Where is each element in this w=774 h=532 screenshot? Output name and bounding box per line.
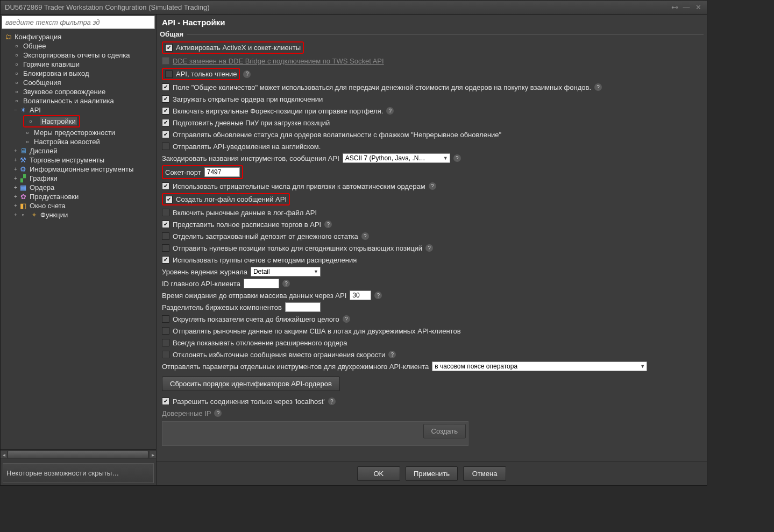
tree-api[interactable]: −✴API: [2, 105, 155, 115]
help-icon[interactable]: ?: [388, 351, 396, 358]
chevron-right-icon[interactable]: +: [12, 175, 19, 181]
help-icon[interactable]: ?: [214, 409, 222, 417]
tree-presets[interactable]: +✿Предустановки: [2, 192, 155, 201]
tree-export[interactable]: ▫Экспортировать отчеты о сделка: [2, 51, 155, 60]
checkbox-full-schedule[interactable]: [162, 221, 169, 228]
checkbox-virtual-fx[interactable]: [162, 107, 169, 115]
checkbox-english[interactable]: [162, 143, 169, 150]
minimize-icon[interactable]: —: [682, 4, 691, 11]
page-icon: ▫: [19, 211, 27, 219]
timezone-select[interactable]: в часовом поясе оператора: [432, 361, 647, 371]
tree-display[interactable]: +🖥Дисплей: [2, 146, 155, 155]
close-icon[interactable]: ✕: [694, 4, 702, 11]
checkbox-include-market[interactable]: [162, 209, 169, 216]
tree-general[interactable]: ▫Общее: [2, 41, 155, 51]
checkbox-load-open[interactable]: [162, 95, 169, 103]
folder-icon: 🗂: [4, 33, 12, 41]
ok-button[interactable]: OK: [357, 466, 400, 481]
chevron-right-icon[interactable]: +: [12, 212, 19, 218]
help-icon[interactable]: ?: [328, 398, 336, 405]
checkbox-dde: [162, 57, 169, 65]
chevron-right-icon[interactable]: +: [12, 166, 19, 172]
help-icon[interactable]: ?: [243, 70, 251, 78]
scrollbar-thumb[interactable]: [8, 451, 148, 458]
checkbox-send-zero[interactable]: [162, 244, 169, 252]
help-icon[interactable]: ?: [324, 221, 332, 228]
help-icon[interactable]: ?: [343, 315, 350, 323]
checkbox-round[interactable]: [162, 315, 169, 323]
help-icon[interactable]: ?: [429, 182, 436, 190]
tree-root[interactable]: 🗂Конфигурация: [2, 32, 155, 41]
orders-icon: ▦: [19, 184, 27, 191]
tree-charts[interactable]: +▞Графики: [2, 174, 155, 183]
chevron-down-icon[interactable]: −: [12, 107, 19, 113]
tree-trading[interactable]: +⚒Торговые инструменты: [2, 155, 155, 165]
master-id-input[interactable]: [244, 279, 279, 288]
checkbox-always-show[interactable]: [162, 339, 169, 346]
display-icon: 🖥: [19, 147, 27, 155]
page-icon: ▫: [12, 70, 21, 77]
checkbox-send-status[interactable]: [162, 131, 169, 138]
config-window: DU5672869 Trader Workstation Configurati…: [0, 0, 707, 486]
window-title: DU5672869 Trader Workstation Configurati…: [5, 3, 670, 11]
pin-icon[interactable]: ⊷: [670, 4, 679, 11]
checkbox-use-groups[interactable]: [162, 256, 169, 264]
chevron-right-icon[interactable]: +: [12, 194, 19, 200]
checkbox-localhost[interactable]: [162, 398, 169, 405]
tree-sound[interactable]: ▫Звуковое сопровождение: [2, 87, 155, 96]
tree-api-precautions[interactable]: ▫Меры предосторожности: [2, 128, 155, 137]
tree-account[interactable]: +◧Окно счета: [2, 201, 155, 210]
tree-info[interactable]: +⚙Информационные инструменты: [2, 165, 155, 174]
tree-lock[interactable]: ▫Блокировка и выход: [2, 69, 155, 78]
tree-orders[interactable]: +▦Ордера: [2, 183, 155, 192]
chevron-right-icon[interactable]: +: [12, 203, 19, 209]
main-panel: API - Настройки Общая Активировать Activ…: [157, 15, 707, 485]
checkbox-create-log[interactable]: [165, 196, 173, 203]
func-icon: ✦: [30, 211, 38, 219]
checkbox-separate-deposit[interactable]: [162, 232, 169, 240]
tree-hotkeys[interactable]: ▫Горячие клавиши: [2, 60, 155, 69]
tree-messages[interactable]: ▫Сообщения: [2, 78, 155, 87]
tree-api-settings[interactable]: ▫Настройки: [2, 115, 155, 128]
log-level-select[interactable]: Detail: [251, 267, 321, 276]
scroll-right-icon[interactable]: ▸: [150, 451, 156, 458]
help-icon[interactable]: ?: [374, 292, 382, 299]
scroll-left-icon[interactable]: ◂: [1, 451, 7, 458]
help-icon[interactable]: ?: [282, 280, 290, 287]
help-icon[interactable]: ?: [594, 83, 602, 91]
help-icon[interactable]: ?: [386, 107, 394, 115]
filter-input[interactable]: [2, 16, 155, 29]
tree-volatility[interactable]: ▫Волатильность и аналитика: [2, 96, 155, 105]
checkbox-readonly[interactable]: [165, 70, 173, 78]
chevron-right-icon[interactable]: +: [12, 148, 19, 154]
timeout-input[interactable]: [350, 290, 371, 300]
reset-ids-button[interactable]: Сбросить порядок идентификаторов API-орд…: [162, 377, 340, 391]
apply-button[interactable]: Применить: [406, 466, 458, 481]
chevron-right-icon[interactable]: +: [12, 157, 19, 163]
page-icon: ▫: [12, 61, 21, 68]
sidebar-scrollbar[interactable]: ◂ ▸: [1, 449, 156, 459]
help-icon[interactable]: ?: [453, 154, 461, 162]
help-icon[interactable]: ?: [425, 244, 433, 252]
create-ip-button[interactable]: Создать: [423, 424, 466, 438]
dialog-footer: OK Применить Отмена: [157, 462, 707, 485]
hidden-features-note[interactable]: Некоторые возможности скрыты…: [3, 463, 154, 483]
tree-functions[interactable]: +▫✦Функции: [2, 210, 155, 219]
help-icon[interactable]: ?: [361, 232, 369, 240]
checkbox-activex[interactable]: [165, 44, 173, 52]
checkbox-reject-excess[interactable]: [162, 351, 169, 358]
tree-api-news[interactable]: ▫Настройка новостей: [2, 137, 155, 146]
chevron-right-icon[interactable]: +: [12, 185, 19, 190]
checkbox-neg-numbers[interactable]: [162, 182, 169, 190]
cancel-button[interactable]: Отмена: [463, 466, 506, 481]
checkbox-total-qty[interactable]: [162, 83, 169, 91]
checkbox-us-lots[interactable]: [162, 327, 169, 335]
dde-link[interactable]: DDE заменен на DDE Bridge с подключением…: [173, 57, 384, 65]
encoding-select[interactable]: ASCII 7 (Python, Java, .N…: [343, 153, 450, 163]
titlebar: DU5672869 Trader Workstation Configurati…: [1, 1, 707, 15]
delimiter-input[interactable]: [285, 302, 321, 312]
window-body: 🗂Конфигурация ▫Общее ▫Экспортировать отч…: [1, 15, 707, 485]
checkbox-prepare-pnl[interactable]: [162, 119, 169, 126]
socket-port-input[interactable]: [204, 167, 240, 177]
info-icon: ⚙: [19, 166, 27, 173]
